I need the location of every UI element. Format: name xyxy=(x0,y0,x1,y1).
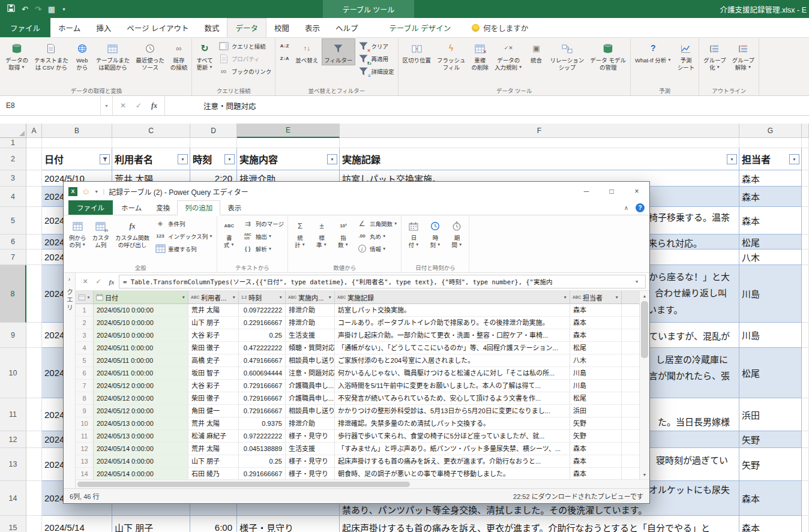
pq-cell[interactable]: 相談員申し送り xyxy=(286,405,335,417)
table-header-c[interactable]: 利用者名▼ xyxy=(112,148,190,170)
cell-sliver-3[interactable] xyxy=(802,170,809,187)
statistics-button[interactable]: Σ統計▼ xyxy=(290,216,310,250)
pq-cell[interactable]: 2024/05/10 0:00:00 xyxy=(94,304,188,317)
pq-cell[interactable]: 川島 xyxy=(570,380,622,392)
custom-column-button[interactable]: fxカスタム列 xyxy=(90,216,112,250)
table-header-b[interactable]: 日付 xyxy=(42,148,112,170)
cancel-button[interactable]: ✕ xyxy=(115,101,131,110)
cell-staff-6[interactable]: 松尾 xyxy=(739,235,802,250)
cell-a13[interactable] xyxy=(26,448,42,481)
cell-staff-14[interactable]: 森本 xyxy=(739,481,802,516)
pq-cell[interactable]: 0.097222222 xyxy=(239,304,286,317)
column-from-examples-button[interactable]: 例からの列▼ xyxy=(67,216,89,250)
cell-staff-3[interactable]: 森本 xyxy=(739,170,802,187)
pq-cell[interactable]: 柴田 徹子 xyxy=(188,342,239,354)
pq-cell[interactable]: 松浦 麻紀子 xyxy=(188,430,239,443)
existing-connections-button[interactable]: ∞既存の接続 xyxy=(168,38,190,73)
pq-row-number[interactable]: 4 xyxy=(76,342,94,354)
manage-data-model-button[interactable]: データ モデルの管理 xyxy=(588,38,628,73)
cell-a12[interactable] xyxy=(26,431,42,448)
table-header-d[interactable]: 時刻▼ xyxy=(190,148,237,170)
pq-cell[interactable]: 排泄介助 xyxy=(286,304,335,317)
touch-mode-icon[interactable]: ▦ xyxy=(48,5,55,14)
cell-sliver-8[interactable] xyxy=(802,265,809,323)
ribbon-tab[interactable]: データ xyxy=(227,18,266,37)
pq-cell[interactable]: 生活支援 xyxy=(286,443,335,455)
cell-sliver-10[interactable] xyxy=(802,348,809,398)
pq-cell[interactable]: 相談員申し送り xyxy=(286,354,335,367)
pq-cell[interactable]: 2024/05/10 0:00:00 xyxy=(94,329,188,342)
pq-cell[interactable]: 2024/05/11 0:00:00 xyxy=(94,342,188,354)
cell-staff-11[interactable]: 浜田 xyxy=(739,398,802,431)
from-text-csv-button[interactable]: テキストまたは CSV から xyxy=(32,38,71,73)
row-header-10[interactable]: 10 xyxy=(0,348,26,398)
pq-cell[interactable]: 「すみません」と呼ぶ声あり。紙パンツ・パット多量尿失禁、横シーツ、... xyxy=(335,443,570,455)
expand-queries-icon[interactable]: › xyxy=(68,276,70,282)
row-header-5[interactable]: 5 xyxy=(0,207,26,235)
trigonometry-button[interactable]: ∠三角関数▼ xyxy=(354,217,400,230)
cell-user-15[interactable]: 山下 朋子 xyxy=(112,516,190,532)
refresh-all-button[interactable]: ↻すべて更新▼ xyxy=(194,38,215,73)
pq-column-header[interactable]: 日付▼ xyxy=(94,291,188,304)
titlebar-caret-icon[interactable]: ▼ xyxy=(94,190,98,194)
column-header-d[interactable]: D xyxy=(190,124,237,138)
merge-columns-button[interactable]: ⇉列のマージ xyxy=(240,217,286,230)
pq-row-number[interactable]: 13 xyxy=(76,455,94,468)
row-header-11[interactable]: 11 xyxy=(0,398,26,431)
table-header-f[interactable]: 実施記録▼ xyxy=(340,148,739,170)
cell-a11[interactable] xyxy=(26,398,42,431)
pq-cell[interactable]: 0.291666667 xyxy=(239,468,286,479)
cell-sliver-1[interactable] xyxy=(802,138,809,148)
from-table-range-button[interactable]: テーブルまたは範囲から xyxy=(94,38,132,73)
undo-icon[interactable]: ↶ xyxy=(22,5,28,14)
redo-icon[interactable]: ↷ xyxy=(35,5,41,14)
pq-cell[interactable]: 山下 朋子 xyxy=(188,455,239,468)
pq-cell[interactable]: 矢野 xyxy=(570,430,622,443)
pq-cell[interactable]: 0.729166667 xyxy=(239,380,286,392)
pq-cell[interactable]: コールあり。ポータブルトイレ介助で排尿あり。その後排泄介助実施。 xyxy=(335,317,570,329)
pq-cell[interactable]: 2024/05/14 0:00:00 xyxy=(94,455,188,468)
information-button[interactable]: i情報▼ xyxy=(354,242,400,255)
pq-cell[interactable]: 様子・見守り xyxy=(286,430,335,443)
cell-a2[interactable] xyxy=(26,148,42,170)
forecast-sheet-button[interactable]: 予測シート xyxy=(675,38,697,73)
pq-row-number[interactable]: 8 xyxy=(76,392,94,405)
filter-dropdown-icon[interactable]: ▼ xyxy=(789,154,799,164)
pq-cell[interactable]: 荒井 太陽 xyxy=(188,443,239,455)
pq-cell[interactable]: 0.045138889 xyxy=(239,443,286,455)
cell-staff-5[interactable]: 森本 xyxy=(739,207,802,235)
flash-fill-button[interactable]: ϟフラッシュフィル xyxy=(435,38,468,73)
ribbon-tab[interactable]: ヘルプ xyxy=(328,18,366,37)
pq-row-number[interactable]: 10 xyxy=(76,417,94,430)
scroll-up-icon[interactable]: ▲ xyxy=(643,291,647,300)
pq-vscroll-track[interactable] xyxy=(640,300,649,470)
cell-a10[interactable] xyxy=(26,348,42,398)
cell-type-15[interactable]: 様子・見守り xyxy=(237,516,340,532)
pq-cancel-button[interactable]: ✕ xyxy=(79,278,91,285)
pq-filter-caret-icon[interactable]: ▼ xyxy=(279,295,283,299)
pq-cell[interactable]: 0.972222222 xyxy=(239,430,286,443)
cell-staff-10[interactable]: 松尾 xyxy=(739,348,802,398)
cell-sliver-2[interactable] xyxy=(802,148,809,170)
column-header-f[interactable]: F xyxy=(340,124,739,138)
pq-cell[interactable]: 2024/05/13 0:00:00 xyxy=(94,417,188,430)
pq-cell[interactable]: 森本 xyxy=(570,304,622,317)
row-header-8[interactable]: 8 xyxy=(0,265,26,323)
pq-cell[interactable]: 高橋 史子 xyxy=(188,354,239,367)
cell-c1[interactable] xyxy=(112,138,190,148)
column-header-a[interactable]: A xyxy=(26,124,42,138)
cell-staff-12[interactable]: 矢野 xyxy=(739,431,802,448)
pq-cell[interactable]: 0.479166667 xyxy=(239,354,286,367)
pq-cell[interactable]: 0.472222222 xyxy=(239,342,286,354)
pq-row-number[interactable]: 1 xyxy=(76,304,94,317)
remove-duplicates-button[interactable]: ✕重複の削除 xyxy=(469,38,492,73)
pq-cell[interactable]: 坂田 智子 xyxy=(188,367,239,380)
pq-row-number[interactable]: 14 xyxy=(76,468,94,479)
pq-cell[interactable]: 森本 xyxy=(570,455,622,468)
pq-cell[interactable]: 排泄確認。失禁多量のため清拭しパット交換する。 xyxy=(335,417,570,430)
cell-f1[interactable] xyxy=(340,138,739,148)
cell-sliver-12[interactable] xyxy=(802,431,809,448)
pq-cell[interactable]: 朝食時、足の調子が悪いとの事で車椅子で移動しました。 xyxy=(335,468,570,479)
pq-cell[interactable]: 荒井 太陽 xyxy=(188,304,239,317)
cell-sliver-15[interactable] xyxy=(802,516,809,532)
